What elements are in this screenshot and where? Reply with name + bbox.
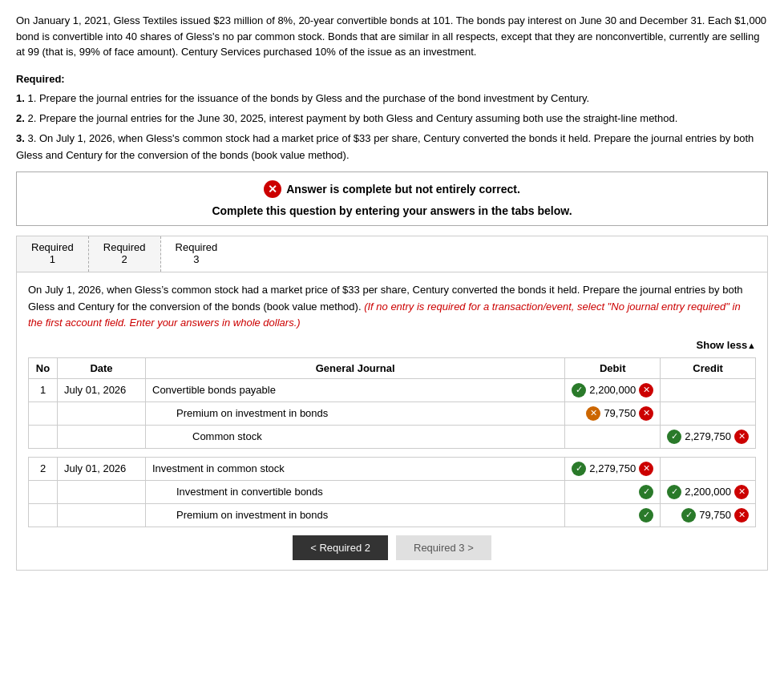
col-debit: Debit bbox=[565, 357, 661, 378]
tab3-content: On July 1, 2026, when Gless’s common sto… bbox=[17, 272, 767, 569]
x-icon: ✕ bbox=[639, 462, 653, 476]
row4-no: 2 bbox=[29, 457, 58, 480]
row2-date bbox=[58, 401, 146, 425]
row6-credit: ✓ 79,750 ✕ bbox=[661, 503, 756, 527]
col-gj: General Journal bbox=[146, 357, 565, 378]
row3-date bbox=[58, 425, 146, 448]
row1-debit: ✓ 2,200,000 ✕ bbox=[565, 378, 661, 401]
answer-status-line: ✕ Answer is complete but not entirely co… bbox=[28, 180, 756, 198]
table-row: Investment in convertible bonds ✓ ✓ 2,20… bbox=[29, 480, 756, 503]
check-icon: ✓ bbox=[681, 508, 696, 523]
row4-credit bbox=[661, 457, 756, 480]
x-icon: ✕ bbox=[639, 406, 653, 421]
check-icon: ✓ bbox=[572, 462, 586, 476]
row3-credit: ✓ 2,279,750 ✕ bbox=[661, 425, 756, 448]
row6-debit: ✓ bbox=[565, 503, 661, 527]
tab3-description: On July 1, 2026, when Gless’s common sto… bbox=[28, 282, 756, 330]
tab-required-3[interactable]: Required 3 bbox=[161, 236, 232, 272]
tabs-row: Required 1 Required 2 Required 3 bbox=[17, 236, 767, 272]
row2-account: Premium on investment in bonds bbox=[146, 401, 565, 425]
table-row: Premium on investment in bonds ✕ 79,750 … bbox=[29, 401, 756, 425]
required-section: Required: 1. 1. Prepare the journal entr… bbox=[16, 71, 768, 164]
table-row: 1 July 01, 2026 Convertible bonds payabl… bbox=[29, 378, 756, 401]
table-row: 2 July 01, 2026 Investment in common sto… bbox=[29, 457, 756, 480]
col-date: Date bbox=[58, 357, 146, 378]
row6-account: Premium on investment in bonds bbox=[146, 503, 565, 527]
x-icon: ✕ bbox=[734, 508, 749, 523]
row3-debit bbox=[565, 425, 661, 448]
row4-debit: ✓ 2,279,750 ✕ bbox=[565, 457, 661, 480]
answer-status-text: Answer is complete but not entirely corr… bbox=[286, 183, 520, 196]
row5-date bbox=[58, 480, 146, 503]
bottom-buttons: < Required 2 Required 3 > bbox=[28, 535, 756, 560]
row5-credit: ✓ 2,200,000 ✕ bbox=[661, 480, 756, 503]
x-icon: ✕ bbox=[734, 430, 749, 444]
row5-no bbox=[29, 480, 58, 503]
row4-account: Investment in common stock bbox=[146, 457, 565, 480]
spacer-row bbox=[29, 448, 756, 457]
row5-debit: ✓ bbox=[565, 480, 661, 503]
x-icon: ✕ bbox=[639, 383, 653, 397]
check-icon: ✓ bbox=[667, 430, 681, 444]
row6-date bbox=[58, 503, 146, 527]
row2-no bbox=[29, 401, 58, 425]
table-row: Premium on investment in bonds ✓ ✓ 79,75… bbox=[29, 503, 756, 527]
intro-paragraph: On January 1, 2021, Gless Textiles issue… bbox=[16, 13, 768, 60]
x-icon: ✕ bbox=[734, 485, 749, 499]
row3-account: Common stock bbox=[146, 425, 565, 448]
check-icon: ✓ bbox=[639, 508, 653, 523]
check-icon: ✓ bbox=[639, 485, 653, 499]
row3-no bbox=[29, 425, 58, 448]
row6-no bbox=[29, 503, 58, 527]
check-icon: ✓ bbox=[667, 485, 681, 499]
col-credit: Credit bbox=[661, 357, 756, 378]
x-orange-icon: ✕ bbox=[586, 406, 600, 421]
row2-debit: ✕ 79,750 ✕ bbox=[565, 401, 661, 425]
table-row: Common stock ✓ 2,279,750 ✕ bbox=[29, 425, 756, 448]
row1-date: July 01, 2026 bbox=[58, 378, 146, 401]
row1-no: 1 bbox=[29, 378, 58, 401]
check-icon: ✓ bbox=[572, 383, 586, 397]
row5-account: Investment in convertible bonds bbox=[146, 480, 565, 503]
row4-date: July 01, 2026 bbox=[58, 457, 146, 480]
prev-button[interactable]: < Required 2 bbox=[293, 535, 388, 560]
complete-message: Complete this question by entering your … bbox=[28, 204, 756, 217]
col-no: No bbox=[29, 357, 58, 378]
journal-table: No Date General Journal Debit Credit 1 J… bbox=[28, 357, 756, 527]
tab-required-2[interactable]: Required 2 bbox=[89, 236, 161, 272]
tabs-container: Required 1 Required 2 Required 3 On July… bbox=[16, 236, 768, 570]
show-less-link[interactable]: Show less ▲ bbox=[28, 339, 756, 351]
row1-account: Convertible bonds payable bbox=[146, 378, 565, 401]
row2-credit bbox=[661, 401, 756, 425]
answer-status-box: ✕ Answer is complete but not entirely co… bbox=[16, 171, 768, 226]
row1-credit bbox=[661, 378, 756, 401]
tab-required-1[interactable]: Required 1 bbox=[17, 236, 89, 272]
next-button[interactable]: Required 3 > bbox=[396, 535, 491, 560]
status-x-icon: ✕ bbox=[264, 180, 281, 198]
